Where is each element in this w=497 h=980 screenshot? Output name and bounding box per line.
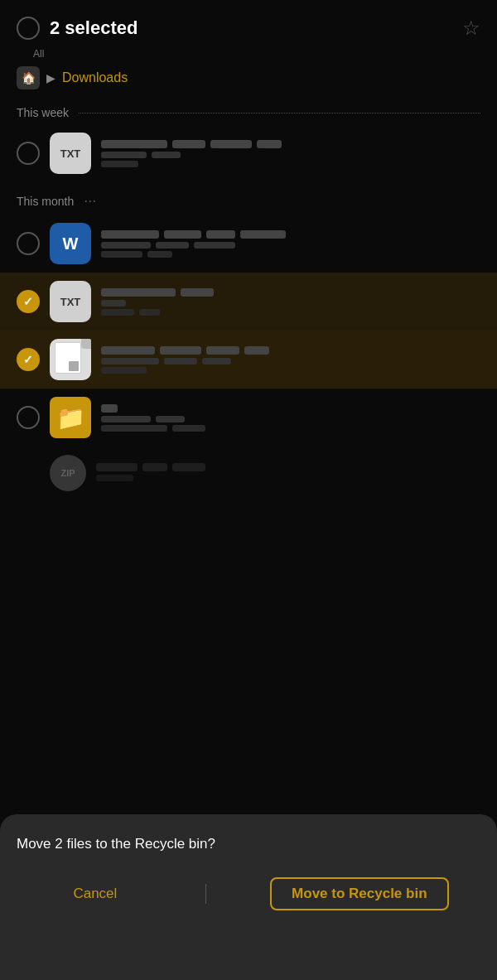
dialog-divider: [205, 884, 206, 904]
file-icon-txt-1: TXT: [50, 133, 91, 174]
file-info-4: [101, 346, 480, 374]
breadcrumb-path[interactable]: Downloads: [62, 70, 128, 85]
file-info-2: [101, 230, 480, 258]
confirm-move-to-recycle-bin-button[interactable]: Move to Recycle bin: [270, 877, 448, 910]
file-checkbox-1[interactable]: [17, 142, 40, 165]
file-row[interactable]: W: [0, 215, 497, 273]
file-icon-word: W: [50, 223, 91, 264]
dialog-message: Move 2 files to the Recycle bin?: [17, 834, 480, 854]
home-icon[interactable]: 🏠: [17, 66, 40, 89]
header: 2 selected ☆: [0, 0, 497, 48]
select-all-checkbox[interactable]: [17, 17, 40, 40]
file-icon-label-2: TXT: [60, 296, 81, 308]
file-row[interactable]: [0, 331, 497, 389]
file-icon-label-1: TXT: [60, 147, 81, 160]
file-icon-doc: [50, 339, 91, 380]
file-info-1: [101, 140, 480, 167]
file-checkbox-3[interactable]: [17, 290, 40, 313]
star-icon[interactable]: ☆: [462, 17, 480, 40]
dialog-actions: Cancel Move to Recycle bin: [17, 877, 480, 910]
file-icon-txt-2: TXT: [50, 281, 91, 322]
file-checkbox-4[interactable]: [17, 348, 40, 371]
section-this-week: This week: [0, 96, 497, 124]
file-info-6: [96, 463, 480, 484]
cancel-button[interactable]: Cancel: [48, 879, 142, 909]
file-checkbox-2[interactable]: [17, 232, 40, 255]
file-row[interactable]: TXT: [0, 124, 497, 182]
file-icon-folder: 📁: [50, 397, 91, 438]
section-divider: [79, 113, 480, 113]
file-info-5: [101, 404, 480, 432]
breadcrumb-arrow: ▶: [46, 71, 55, 84]
all-label: All: [33, 48, 497, 60]
section-this-month: This month ···: [0, 182, 497, 215]
file-checkbox-5[interactable]: [17, 406, 40, 429]
file-info-3: [101, 288, 480, 316]
header-left: 2 selected: [17, 17, 138, 40]
dialog-overlay: Move 2 files to the Recycle bin? Cancel …: [0, 814, 497, 980]
file-row[interactable]: ZIP: [0, 447, 497, 500]
file-icon-label-word: W: [63, 234, 79, 253]
file-icon-zip: ZIP: [50, 455, 86, 491]
section-this-month-label: This month: [17, 195, 74, 208]
file-row[interactable]: 📁: [0, 389, 497, 447]
breadcrumb: 🏠 ▶ Downloads: [0, 60, 497, 96]
file-row[interactable]: TXT: [0, 273, 497, 331]
selected-count-label: 2 selected: [50, 17, 138, 39]
section-this-week-label: This week: [17, 106, 69, 119]
